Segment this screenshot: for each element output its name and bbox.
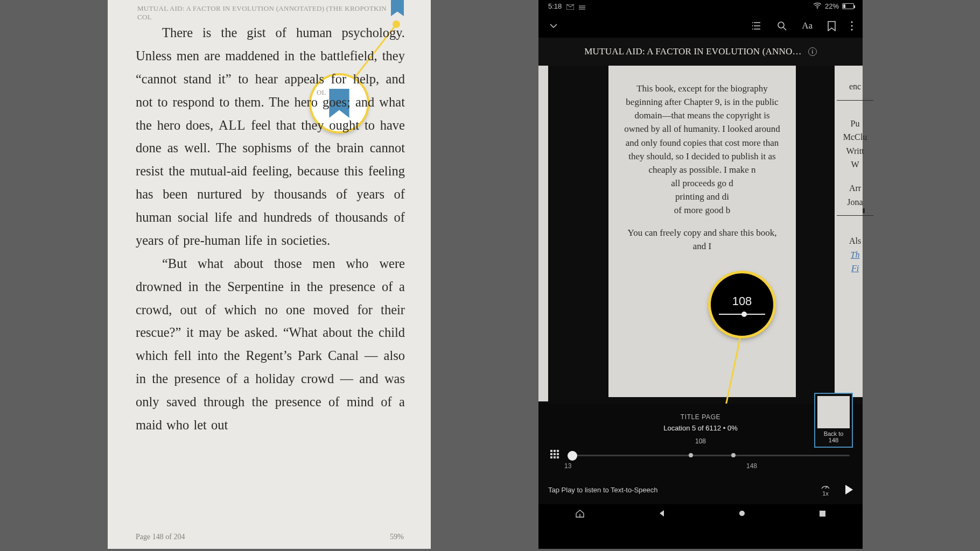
svg-point-4 [752,29,753,30]
android-navbar [538,504,863,525]
paragraph-2: “But what about those men who were drown… [136,252,405,437]
wifi-icon [813,2,822,10]
tts-hint: Tap Play to listen to Text-to-Speech [548,486,658,494]
scrub-location: Location 5 of 6112 • 0% [550,424,851,432]
share-icon[interactable] [575,509,585,520]
back-to-thumb [817,396,850,428]
page-body[interactable]: There is the gist of human psy­chology. … [136,22,405,527]
slider-labels: 13 148 [550,461,851,470]
battery-percent: 22% [825,2,839,10]
chevron-down-icon[interactable] [548,20,559,31]
page-number: Page 148 of 204 [136,533,185,541]
tts-bar: Tap Play to listen to Text-to-Speech 1x [538,475,863,504]
info-icon[interactable]: i [808,47,817,56]
tts-speed-button[interactable]: 1x [821,483,830,497]
slider-label-right: 148 [746,462,757,470]
peek-link-th[interactable]: Th [837,248,873,262]
location-slider[interactable] [568,450,850,460]
preview-para-e: You can freely copy and share this book,… [622,226,782,253]
nav-recent-icon[interactable] [819,510,826,519]
android-statusbar: 5:18 22% [538,0,863,14]
peek-enc: enc [837,80,873,94]
svg-point-2 [752,22,753,23]
peek-jon: Jona [837,195,873,209]
svg-rect-10 [820,511,825,517]
kindle-overview-dark: 5:18 22% Aa [538,0,863,549]
preview-para-d: of more good b [622,203,782,217]
kindle-page-light: MUTUAL AID: A FACTOR IN EVOLUTION (ANNOT… [108,0,431,549]
preview-next-page[interactable]: enc Pu McClu Writt W Arr Jona Als Th Fi [835,66,863,397]
search-icon[interactable] [777,21,787,31]
preview-para-a: This book, except for the biography begi… [622,82,782,176]
preview-prev-page[interactable] [538,66,548,401]
peek-mcclu: McClu [837,130,873,144]
svg-point-6 [851,21,852,23]
tts-play-button[interactable] [845,485,853,495]
font-settings-icon[interactable]: Aa [802,20,813,31]
book-title: MUTUAL AID: A FACTOR IN EVOLUTION (ANNO… [584,46,801,57]
preview-current-page[interactable]: This book, except for the biography begi… [608,66,796,397]
svg-point-3 [752,25,753,26]
overflow-menu-icon[interactable] [851,21,853,31]
page-preview-area[interactable]: This book, except for the biography begi… [538,66,863,404]
back-to-page: 148 [817,437,850,443]
svg-point-8 [851,29,852,30]
mail-icon [566,3,586,11]
battery-icon [842,3,854,9]
svg-point-9 [739,511,745,516]
peek-arr: Arr [837,181,873,195]
scrubber-magnifier: 108 [711,273,773,336]
peek-w: W [837,158,873,172]
divider [837,215,873,216]
magnifier-line [719,314,765,315]
scrub-mid-label: 108 [550,437,851,445]
slider-tick-148[interactable] [731,453,736,457]
paragraph-1: There is the gist of human psy­chology. … [136,22,405,252]
back-to-card[interactable]: Back to 148 [814,393,853,448]
magnifier-value: 108 [732,294,752,308]
preview-para-c: printing and di [622,190,782,203]
book-title-row: MUTUAL AID: A FACTOR IN EVOLUTION (ANNO…… [538,38,863,66]
preview-para-b: all proceeds go d [622,176,782,190]
contents-icon[interactable] [752,22,762,30]
progress-percent: 59% [390,533,404,541]
svg-point-7 [851,25,852,26]
peek-link-fi[interactable]: Fi [837,262,873,276]
svg-point-1 [817,8,818,9]
book-running-header: MUTUAL AID: A FACTOR IN EVOLUTION (ANNOT… [137,4,401,22]
bookmark-outline-icon[interactable] [828,21,836,31]
page-grid-icon[interactable] [550,450,559,458]
peek-writt: Writt [837,144,873,158]
status-time: 5:18 [548,2,562,10]
nav-home-icon[interactable] [738,510,746,519]
reader-toolbar: Aa [538,14,863,38]
scrub-caption: TITLE PAGE [550,413,851,421]
slider-label-left: 13 [564,462,571,470]
divider [837,100,873,101]
peek-pu: Pu [837,117,873,131]
slider-tick-108[interactable] [689,453,693,457]
back-to-label: Back to [817,430,850,437]
peek-als: Als [837,234,873,248]
svg-point-5 [778,22,784,28]
page-footer: Page 148 of 204 59% [136,533,404,541]
nav-back-icon[interactable] [658,510,666,519]
